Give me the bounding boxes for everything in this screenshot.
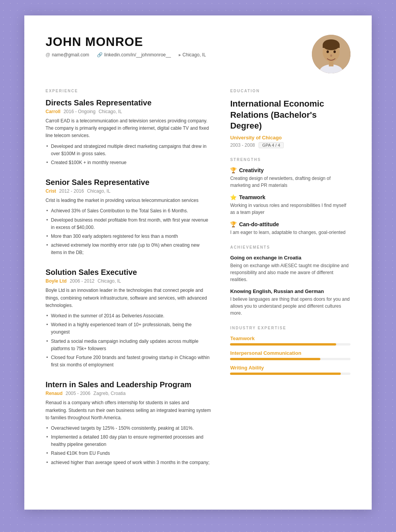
exp-year-3: 2005 - 2006: [66, 391, 90, 396]
resume-container: JOHN MONROE @ name@gmail.com 🔗 linkedin.…: [24, 15, 372, 510]
exp-company-2: Boyle Ltd: [46, 278, 67, 284]
strength-header-2: 🏆 Can-do-attitude: [230, 221, 350, 227]
email-contact: @ name@gmail.com: [46, 52, 89, 58]
location-text: Chicago, IL: [183, 52, 206, 58]
exp-desc-3: Renaud is a company which offers interns…: [46, 399, 211, 422]
svg-point-4: [327, 51, 329, 53]
exp-year-1: 2012 - 2016: [59, 188, 84, 194]
skill-name-2: Writing Ability: [230, 365, 350, 371]
exp-item-3: Intern in Sales and Leadership Program R…: [46, 380, 211, 466]
education-years: 2003 - 2008: [230, 142, 255, 148]
education-label: EDUCATION: [230, 89, 350, 93]
contact-row: @ name@gmail.com 🔗 linkedin.com/in/__joh…: [46, 52, 206, 58]
skill-bar-bg-2: [230, 373, 350, 375]
achievement-title-1: Knowing English, Russian and German: [230, 288, 350, 294]
strength-name-1: Teamwork: [239, 194, 265, 200]
exp-item-0: Directs Sales Representative Carroll 201…: [46, 98, 211, 166]
achievements-section: ACHIEVEMENTS Going on exchange in Croati…: [230, 245, 350, 317]
bullet-1-1: Developed business model profitable from…: [46, 217, 211, 231]
achievement-title-0: Going on exchange in Croatia: [230, 255, 350, 261]
location-contact: ▸ Chicago, IL: [179, 52, 206, 58]
bullet-0-1: Created $100K + in monthly revenue: [46, 159, 211, 166]
email-icon: @: [46, 52, 50, 58]
strength-item-0: 🏆 Creativity Creating design of newslett…: [230, 167, 350, 189]
header-left: JOHN MONROE @ name@gmail.com 🔗 linkedin.…: [46, 35, 206, 58]
exp-meta-2: Boyle Ltd 2006 - 2012 Chicago, IL: [46, 278, 211, 284]
linkedin-contact: 🔗 linkedin.com/in/__johnmonroe__: [97, 52, 171, 58]
bullet-1-0: Achieved 33% of Sales Contribution to th…: [46, 207, 211, 215]
achievement-item-1: Knowing English, Russian and German I be…: [230, 288, 350, 317]
exp-meta-0: Carroll 2016 - Ongoing Chicago, IL: [46, 109, 211, 114]
linkedin-icon: 🔗: [97, 52, 103, 58]
exp-title-2: Solution Sales Executive: [46, 268, 211, 277]
skill-name-1: Interpersonal Communication: [230, 350, 350, 356]
exp-location-2: Chicago, IL: [98, 278, 121, 284]
strength-desc-1: Working in various roles and responsibil…: [230, 202, 350, 216]
header: JOHN MONROE @ name@gmail.com 🔗 linkedin.…: [46, 35, 350, 73]
strength-name-0: Creativity: [239, 167, 264, 173]
skill-item-2: Writing Ability: [230, 365, 350, 375]
exp-year-2: 2006 - 2012: [70, 278, 95, 284]
strength-icon-2: 🏆: [230, 221, 237, 227]
exp-meta-3: Renaud 2005 - 2006 Zagreb, Croatia: [46, 391, 211, 396]
bullet-3-3: achieved higher than average speed of wo…: [46, 459, 211, 466]
email-text: name@gmail.com: [52, 52, 89, 58]
location-icon: ▸: [179, 52, 181, 58]
avatar: [312, 35, 350, 73]
strength-item-2: 🏆 Can-do-attitude I am eager to learn, a…: [230, 221, 350, 236]
exp-item-1: Senior Sales Representative Crist 2012 -…: [46, 178, 211, 256]
bullet-1-2: More than 300 early adopters registered …: [46, 233, 211, 240]
bullet-2-3: Closed four Fortune 200 brands and faste…: [46, 354, 211, 369]
experience-label: EXPERIENCE: [46, 89, 211, 93]
bullet-3-0: Overachieved targets by 125% - 150% cons…: [46, 425, 211, 432]
education-degree: International Economic Relations (Bachel…: [230, 98, 350, 132]
strength-header-1: ⭐ Teamwork: [230, 194, 350, 200]
right-column: EDUCATION International Economic Relatio…: [230, 89, 350, 478]
exp-title-1: Senior Sales Representative: [46, 178, 211, 187]
linkedin-text: linkedin.com/in/__johnmonroe__: [104, 52, 171, 58]
exp-title-3: Intern in Sales and Leadership Program: [46, 380, 211, 389]
exp-location-0: Chicago, IL: [98, 109, 122, 114]
exp-item-2: Solution Sales Executive Boyle Ltd 2006 …: [46, 268, 211, 369]
svg-point-5: [333, 51, 336, 53]
exp-title-0: Directs Sales Representative: [46, 98, 211, 107]
exp-location-1: Chicago, IL: [87, 188, 110, 194]
exp-meta-1: Crist 2012 - 2016 Chicago, IL: [46, 188, 211, 194]
bullet-2-0: Worked in the summer of 2014 as Deliveri…: [46, 312, 211, 320]
bullet-0-0: Developed and strategized multiple direc…: [46, 143, 211, 158]
svg-rect-8: [329, 61, 333, 66]
exp-bullets-0: Developed and strategized multiple direc…: [46, 143, 211, 167]
achievement-desc-1: I believe languages are thing that opens…: [230, 296, 350, 317]
education-meta: 2003 - 2008 GPA 4 / 4: [230, 142, 350, 148]
education-university: University of Chicago: [230, 135, 350, 141]
exp-desc-0: Carroll EAD is a telecommunication and t…: [46, 117, 211, 140]
skill-bar-fill-0: [230, 343, 336, 346]
left-column: EXPERIENCE Directs Sales Representative …: [46, 89, 211, 478]
gpa-badge: GPA 4 / 4: [259, 142, 283, 148]
strength-header-0: 🏆 Creativity: [230, 167, 350, 173]
industry-expertise-label: INDUSTRY EXPERTISE: [230, 326, 350, 330]
strength-desc-2: I am eager to learn, adaptable to change…: [230, 229, 350, 236]
strength-icon-1: ⭐: [230, 194, 237, 200]
achievements-label: ACHIEVEMENTS: [230, 245, 350, 249]
strength-icon-0: 🏆: [230, 167, 237, 173]
skill-bar-bg-1: [230, 358, 350, 360]
exp-bullets-1: Achieved 33% of Sales Contribution to th…: [46, 207, 211, 256]
education-section: EDUCATION International Economic Relatio…: [230, 89, 350, 148]
svg-rect-3: [323, 45, 340, 48]
main-content: EXPERIENCE Directs Sales Representative …: [46, 89, 350, 478]
strength-name-2: Can-do-attitude: [239, 221, 279, 227]
skill-bar-fill-1: [230, 358, 320, 360]
strength-desc-0: Creating design of newsletters, drafting…: [230, 175, 350, 189]
svg-point-6: [330, 54, 332, 57]
bullet-3-1: Implemented a detailed 180 day plan to e…: [46, 434, 211, 448]
exp-company-3: Renaud: [46, 391, 63, 396]
exp-bullets-2: Worked in the summer of 2014 as Deliveri…: [46, 312, 211, 369]
bullet-1-3: achieved extremely low monthly error rat…: [46, 242, 211, 256]
exp-desc-1: Crist is leading the market in providing…: [46, 197, 211, 204]
skill-bar-fill-2: [230, 373, 341, 375]
achievement-item-0: Going on exchange in Croatia Being on ex…: [230, 255, 350, 283]
exp-bullets-3: Overachieved targets by 125% - 150% cons…: [46, 425, 211, 466]
strengths-label: STRENGTHS: [230, 158, 350, 162]
exp-location-3: Zagreb, Croatia: [93, 391, 125, 396]
